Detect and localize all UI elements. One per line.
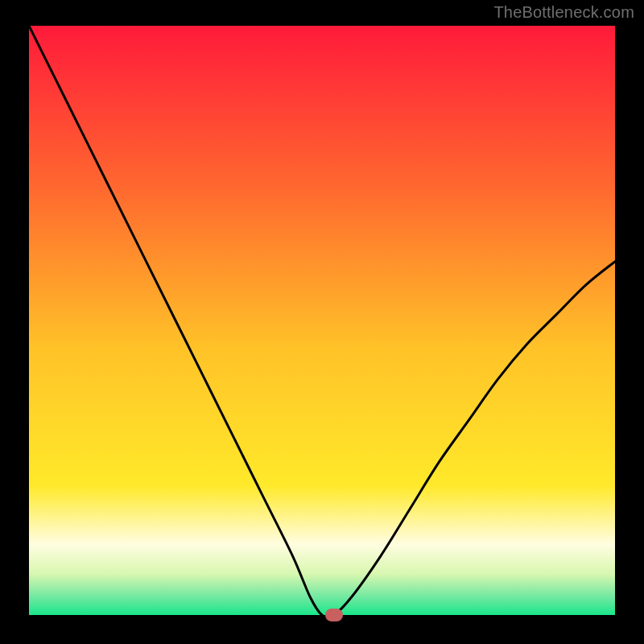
gradient-background (29, 26, 615, 615)
plot-svg (29, 26, 615, 615)
chart-frame: TheBottleneck.com (0, 0, 644, 644)
plot-area (29, 26, 615, 615)
optimal-marker (325, 609, 343, 621)
watermark-text: TheBottleneck.com (493, 3, 634, 22)
